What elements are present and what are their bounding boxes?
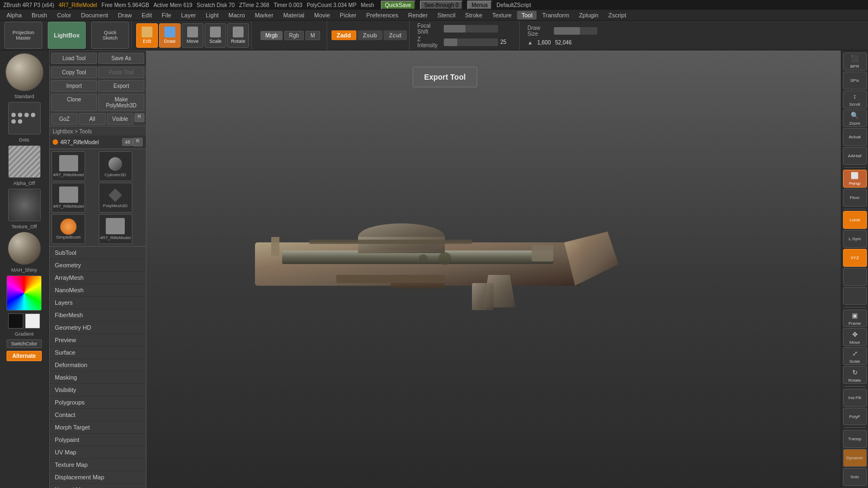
move-right-button[interactable]: ✥ Move [843,328,867,346]
tool-thumb-cylinder[interactable]: Cylinder3D [99,151,132,181]
menu-zplugin[interactable]: Zplugin [575,11,603,20]
menu-masking[interactable]: Masking [49,371,146,384]
xyz-button[interactable]: XYZ [843,249,867,267]
z-intensity-slider[interactable] [444,38,498,46]
r2-button[interactable] [843,287,867,305]
menu-contact[interactable]: Contact [49,409,146,421]
menu-file[interactable]: File [157,11,176,20]
menu-document[interactable]: Document [76,11,112,20]
draw-button[interactable]: Draw [159,23,181,48]
polyf-button[interactable]: PolyF [843,408,867,426]
actual-button[interactable]: Actual [843,128,867,146]
lsym-button[interactable]: L.Sym [843,230,867,248]
scroll-button[interactable]: ↕ Scroll [843,91,867,108]
rgb-button[interactable]: Rgb [284,31,304,40]
rotate-right-button[interactable]: ↻ Rotate [843,366,867,384]
material-swatch[interactable] [5,53,43,91]
frame-button[interactable]: ▣ Frame [843,310,867,328]
menu-displacement-map[interactable]: Displacement Map [49,471,146,484]
zadd-button[interactable]: Zadd [331,30,356,40]
floor-button[interactable]: Floor [843,189,867,207]
menu-visibility[interactable]: Visibility [49,384,146,396]
export-button[interactable]: Export [98,80,144,92]
bpr-button[interactable]: ⬛ BPR [843,53,867,70]
menu-polypaint[interactable]: Polypaint [49,434,146,446]
scale-button[interactable]: Scale [205,23,226,48]
spix-button[interactable]: SPix [843,72,867,89]
menu-edit[interactable]: Edit [137,11,156,20]
gradient-black[interactable] [8,313,23,329]
color-picker[interactable] [7,275,42,311]
make-polymesh-button[interactable]: Make PolyMesh3D [98,94,144,111]
copy-tool-button[interactable]: Copy Tool [51,67,97,78]
focal-shift-slider[interactable] [444,25,498,33]
solo-button[interactable]: Solo [843,468,867,486]
quick-save-button[interactable]: QuickSave [381,1,416,10]
paste-tool-button[interactable]: Paste Tool [98,67,144,78]
menu-subtool[interactable]: SubTool [49,247,146,259]
tool-thumb-simplebrush[interactable]: SimpleBrush [52,214,85,244]
gradient-white[interactable] [25,313,40,329]
menu-picker[interactable]: Picker [335,11,361,20]
alternate-button[interactable]: Alternate [7,351,42,361]
tool-thumb-polymesh[interactable]: PolyMesh3D [99,183,132,213]
local-button[interactable]: Local [843,211,867,229]
menu-zscript[interactable]: Zscript [604,11,630,20]
inafill-button[interactable]: Ina Fill [843,389,867,407]
alpha-swatch[interactable] [8,145,41,178]
persp-button[interactable]: ⬜ Persp [843,170,867,188]
menu-alpha[interactable]: Alpha [2,11,26,20]
menu-stroke[interactable]: Stroke [461,11,487,20]
draw-size-slider[interactable] [554,27,597,35]
menu-color[interactable]: Color [53,11,75,20]
menu-draw[interactable]: Draw [113,11,136,20]
all-button[interactable]: All [79,113,105,125]
projection-master-button[interactable]: ProjectionMaster [4,22,42,49]
menu-marker[interactable]: Marker [251,11,278,20]
load-tool-button[interactable]: Load Tool [51,53,97,64]
menu-material[interactable]: Material [279,11,309,20]
import-button[interactable]: Import [51,80,97,92]
menu-macro[interactable]: Macro [224,11,250,20]
texture-swatch[interactable] [8,189,41,221]
tool-thumb-rifle1[interactable]: 4R7_RifleModel [52,151,85,181]
menu-deformation[interactable]: Deformation [49,359,146,371]
save-as-button[interactable]: Save As [98,53,144,64]
menu-morph-target[interactable]: Morph Target [49,421,146,434]
see-through-button[interactable]: See-through 0 [420,1,463,10]
menu-normal-map[interactable]: Normal Map [49,484,146,488]
zcut-button[interactable]: Zcut [384,30,407,40]
move-button[interactable]: Move [182,23,203,48]
zoom-button[interactable]: 🔍 Zoom [843,110,867,127]
lightbox-button[interactable]: LightBox [48,22,86,49]
menu-arraymesh[interactable]: ArrayMesh [49,272,146,284]
menu-nanomesh[interactable]: NanoMesh [49,284,146,297]
tool-thumb-rifle3[interactable]: 4R7_RifleModel [99,214,132,244]
menu-uv-map[interactable]: UV Map [49,446,146,459]
menu-geometry-hd[interactable]: Geometry HD [49,322,146,334]
menu-movie[interactable]: Movie [310,11,334,20]
tool-r-button[interactable]: R [133,138,143,146]
mat-shiny-swatch[interactable] [8,232,41,265]
aahalf-button[interactable]: AAHalf [843,147,867,165]
clone-button[interactable]: Clone [51,94,97,111]
mrgb-button[interactable]: Mrgb [260,31,283,40]
menu-brush[interactable]: Brush [27,11,52,20]
canvas-area[interactable]: Export Tool [49,50,841,488]
menu-fibermesh[interactable]: FiberMesh [49,309,146,322]
m-button[interactable]: M [305,31,320,40]
quick-sketch-button[interactable]: QuickSketch [91,22,129,49]
menu-polygroups[interactable]: Polygroups [49,396,146,409]
dynamic-button[interactable]: Dynamic [843,449,867,467]
menu-layer[interactable]: Layer [177,11,201,20]
edit-button[interactable]: Edit [136,23,158,48]
menu-preferences[interactable]: Preferences [362,11,403,20]
scale-right-button[interactable]: ⤢ Scale [843,347,867,365]
transp-button[interactable]: Transp [843,430,867,448]
menu-layers[interactable]: Layers [49,297,146,309]
menu-texture[interactable]: Texture [488,11,516,20]
menu-geometry[interactable]: Geometry [49,259,146,272]
visible-button[interactable]: Visible [107,113,133,125]
menu-preview[interactable]: Preview [49,334,146,346]
rotate-button[interactable]: Rotate [227,23,249,48]
